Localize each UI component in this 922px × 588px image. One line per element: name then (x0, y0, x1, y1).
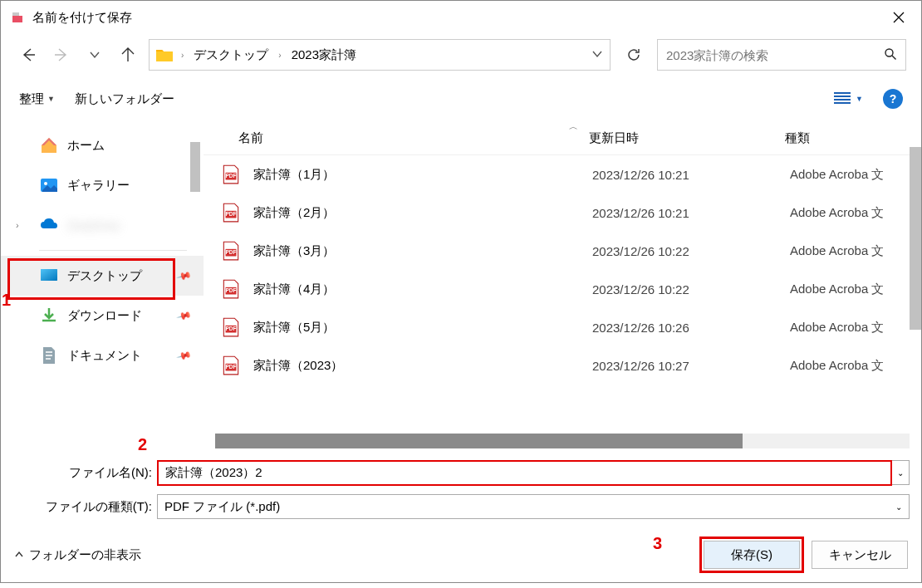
filename-label: ファイル名(N): (12, 465, 157, 481)
sidebar-item-documents[interactable]: ドキュメント 📌 (1, 336, 204, 375)
sidebar-item-gallery[interactable]: ギャラリー (1, 165, 204, 205)
navigation-bar: › デスクトップ › 2023家計簿 (1, 34, 921, 76)
sidebar-item-onedrive[interactable]: › OneDrive (1, 205, 204, 245)
arrow-right-icon (54, 47, 69, 62)
svg-point-0 (885, 49, 893, 56)
documents-icon (39, 345, 59, 365)
filetype-label: ファイルの種類(T): (12, 499, 157, 515)
svg-text:PDF: PDF (226, 249, 237, 255)
svg-text:PDF: PDF (226, 287, 237, 293)
save-as-dialog: 名前を付けて保存 › デスクトップ › 2023家計簿 (0, 0, 922, 583)
sidebar-divider (39, 250, 187, 251)
sidebar-item-home[interactable]: ホーム (1, 125, 204, 165)
pdf-icon: PDF (220, 316, 242, 338)
arrow-left-icon (21, 47, 36, 62)
search-box[interactable] (657, 39, 906, 71)
svg-text:PDF: PDF (226, 326, 237, 331)
chevron-up-icon (14, 550, 24, 560)
arrow-up-icon (120, 47, 135, 62)
cancel-button[interactable]: キャンセル (812, 541, 908, 569)
back-button[interactable] (16, 42, 41, 67)
gallery-icon (39, 175, 59, 195)
sidebar: ホーム ギャラリー › OneDrive デスクトップ 📌 ダウンロード 📌 (1, 122, 204, 448)
close-icon (893, 12, 905, 23)
column-header-date[interactable]: 更新日時 (589, 130, 785, 146)
annotation-number: 1 (2, 291, 11, 310)
expand-chevron-icon[interactable]: › (16, 220, 39, 230)
pdf-icon: PDF (220, 355, 242, 376)
up-button[interactable] (115, 42, 140, 67)
svg-text:PDF: PDF (226, 173, 237, 179)
refresh-button[interactable] (619, 39, 649, 71)
chevron-right-icon: › (178, 51, 187, 60)
filename-input[interactable] (157, 460, 892, 486)
chevron-down-icon (591, 48, 603, 60)
file-list-header: ︿ 名前 更新日時 種類 (204, 122, 921, 155)
file-row[interactable]: PDF 家計簿（2023） 2023/12/26 10:27 Adobe Acr… (204, 346, 921, 385)
titlebar: 名前を付けて保存 (1, 1, 921, 34)
sidebar-scrollbar[interactable] (190, 142, 200, 192)
search-icon[interactable] (884, 47, 897, 63)
file-row[interactable]: PDF 家計簿（3月） 2023/12/26 10:22 Adobe Acrob… (204, 232, 921, 270)
svg-rect-4 (41, 269, 57, 281)
dropdown-triangle-icon: ▼ (47, 95, 55, 103)
filetype-select[interactable]: PDF ファイル (*.pdf) ⌄ (157, 494, 910, 519)
help-button[interactable]: ? (883, 89, 903, 109)
pin-icon[interactable]: 📌 (176, 307, 193, 324)
pin-icon[interactable]: 📌 (176, 267, 193, 284)
column-header-name[interactable]: 名前 (238, 130, 589, 146)
file-row[interactable]: PDF 家計簿（5月） 2023/12/26 10:26 Adobe Acrob… (204, 308, 921, 346)
pin-icon[interactable]: 📌 (176, 347, 193, 364)
search-input[interactable] (666, 48, 884, 62)
view-mode-button[interactable]: ▼ (834, 92, 863, 105)
list-view-icon (834, 92, 851, 105)
main-area: ホーム ギャラリー › OneDrive デスクトップ 📌 ダウンロード 📌 (1, 122, 921, 448)
svg-text:PDF: PDF (226, 364, 237, 370)
breadcrumb-item[interactable]: デスクトップ (192, 47, 270, 63)
sidebar-item-downloads[interactable]: ダウンロード 📌 (1, 296, 204, 336)
pdf-icon: PDF (220, 240, 242, 262)
dialog-title: 名前を付けて保存 (32, 10, 880, 26)
svg-text:PDF: PDF (226, 211, 237, 217)
recent-dropdown[interactable] (82, 42, 107, 67)
file-row[interactable]: PDF 家計簿（4月） 2023/12/26 10:22 Adobe Acrob… (204, 270, 921, 308)
pdf-icon: PDF (220, 164, 242, 185)
save-button[interactable]: 保存(S) (704, 541, 800, 569)
onedrive-icon (39, 215, 59, 235)
folder-icon (156, 48, 173, 61)
file-list-body: PDF 家計簿（1月） 2023/12/26 10:21 Adobe Acrob… (204, 155, 921, 434)
sort-indicator-icon: ︿ (569, 120, 578, 133)
sidebar-item-desktop[interactable]: デスクトップ 📌 (1, 256, 204, 296)
filename-dropdown[interactable]: ⌄ (892, 460, 910, 485)
new-folder-button[interactable]: 新しいフォルダー (75, 91, 174, 107)
forward-button[interactable] (49, 42, 74, 67)
annotation-number: 2 (138, 435, 147, 454)
horizontal-scrollbar[interactable] (204, 434, 921, 448)
app-icon (9, 9, 26, 26)
file-row[interactable]: PDF 家計簿（2月） 2023/12/26 10:21 Adobe Acrob… (204, 194, 921, 232)
breadcrumb[interactable]: › デスクトップ › 2023家計簿 (149, 39, 611, 71)
file-row[interactable]: PDF 家計簿（1月） 2023/12/26 10:21 Adobe Acrob… (204, 155, 921, 194)
chevron-down-icon: ⌄ (895, 502, 902, 512)
svg-point-2 (44, 182, 47, 185)
pdf-icon: PDF (220, 202, 242, 223)
bottom-bar: フォルダーの非表示 保存(S) キャンセル (1, 527, 921, 582)
home-icon (39, 135, 59, 155)
downloads-icon (39, 306, 59, 326)
chevron-down-icon (89, 49, 101, 61)
breadcrumb-item[interactable]: 2023家計簿 (290, 47, 358, 63)
refresh-icon (626, 47, 641, 62)
desktop-icon (39, 266, 59, 286)
pdf-icon: PDF (220, 278, 242, 300)
vertical-scrollbar[interactable] (910, 142, 921, 432)
organize-menu[interactable]: 整理 ▼ (19, 91, 55, 107)
breadcrumb-dropdown[interactable] (591, 48, 603, 62)
folder-visibility-toggle[interactable]: フォルダーの非表示 (14, 547, 141, 563)
dropdown-triangle-icon: ▼ (856, 95, 863, 103)
close-button[interactable] (880, 4, 918, 31)
annotation-number: 3 (653, 534, 662, 553)
save-form: ファイル名(N): ⌄ ファイルの種類(T): PDF ファイル (*.pdf)… (1, 448, 921, 527)
column-header-type[interactable]: 種類 (785, 130, 810, 146)
file-list: ︿ 名前 更新日時 種類 PDF 家計簿（1月） 2023/12/26 10:2… (204, 122, 921, 448)
toolbar: 整理 ▼ 新しいフォルダー ▼ ? (1, 76, 921, 122)
